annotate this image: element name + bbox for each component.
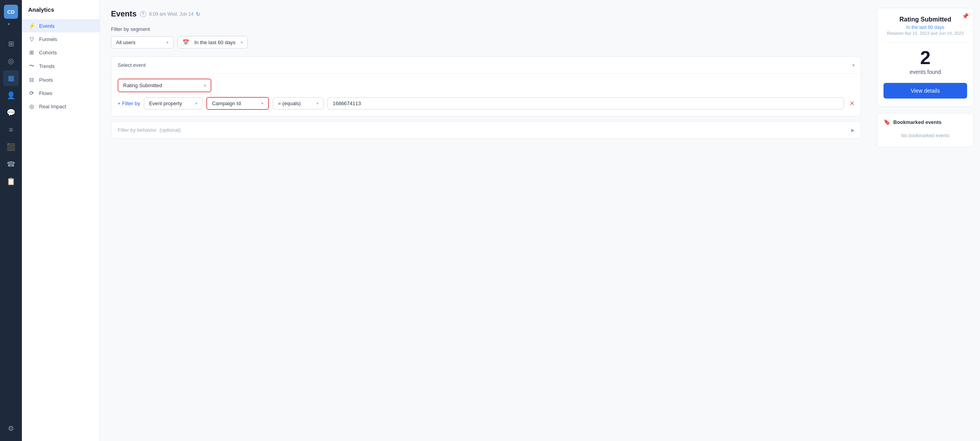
view-details-button[interactable]: View details	[883, 83, 967, 99]
real-impact-icon: ◎	[28, 103, 35, 109]
result-count: 2	[883, 48, 967, 67]
sidebar-item-cohorts[interactable]: ⊞ Cohorts	[22, 46, 100, 59]
icon-bar-item-messages[interactable]: 💬	[3, 105, 19, 120]
no-bookmarks-label: No bookmarked events	[883, 130, 967, 142]
property-chevron-icon: ▾	[195, 101, 197, 106]
filter-by-button[interactable]: + Filter by	[118, 100, 140, 106]
sidebar-item-real-impact-label: Real Impact	[39, 104, 66, 109]
date-range-dropdown[interactable]: 📅 In the last 60 days ▾	[177, 36, 248, 48]
sidebar-item-pivots[interactable]: ⊟ Pivots	[22, 73, 100, 86]
help-icon[interactable]: ?	[140, 11, 146, 17]
page-timestamp: 8:09 am Wed, Jun 14 ↻	[149, 11, 201, 17]
segment-dropdown[interactable]: All users ▾	[111, 36, 173, 48]
sidebar-item-funnels-label: Funnels	[39, 36, 57, 42]
pin-icon[interactable]: 📌	[962, 13, 969, 19]
campaign-id-dropdown[interactable]: Campaign Id ▾	[206, 97, 269, 110]
sidebar-item-pivots-label: Pivots	[39, 77, 53, 83]
cohorts-icon: ⊞	[28, 49, 35, 56]
icon-bar-item-dashboard[interactable]: ⊞	[3, 36, 19, 52]
icon-bar-item-campaigns[interactable]: ⬛	[3, 139, 19, 155]
date-chevron-icon: ▾	[241, 40, 243, 45]
sidebar-item-events[interactable]: ⚡ Events	[22, 19, 100, 32]
settings-icon[interactable]: ⚙	[3, 421, 19, 436]
remove-filter-button[interactable]: ✕	[849, 100, 855, 107]
optional-label: (optional)	[159, 127, 181, 133]
event-selector-row: Rating Submitted ▾	[118, 79, 855, 92]
flows-icon: ⟳	[28, 90, 35, 96]
events-icon: ⚡	[28, 23, 35, 29]
icon-bar-item-reports[interactable]: 📋	[3, 174, 19, 189]
icon-bar: CD ▾ ⊞ ◎ ▦ 👤 💬 ≡ ⬛ ☎ 📋 ⚙	[0, 0, 22, 441]
result-date-between: Between Apr 15, 2023 and Jun 14, 2023	[883, 31, 967, 36]
icon-bar-item-users[interactable]: 👤	[3, 88, 19, 103]
icon-bar-item-analytics[interactable]: ▦	[3, 70, 19, 86]
result-divider	[883, 42, 967, 42]
trends-icon: 〜	[28, 63, 35, 70]
event-property-value: Event property	[149, 100, 182, 106]
sidebar-item-flows[interactable]: ⟳ Flows	[22, 86, 100, 100]
sidebar-item-funnels[interactable]: ▽ Funnels	[22, 32, 100, 46]
bookmarks-header: 🔖 Bookmarked events	[883, 119, 967, 125]
event-property-dropdown[interactable]: Event property ▾	[144, 97, 202, 109]
bookmarks-card: 🔖 Bookmarked events No bookmarked events	[877, 113, 974, 147]
icon-bar-item-support[interactable]: ☎	[3, 156, 19, 172]
select-event-title: Select event	[118, 62, 146, 68]
filter-by-row: + Filter by Event property ▾ Campaign Id…	[118, 97, 855, 110]
icon-bar-bottom: ⚙	[3, 421, 19, 436]
campaign-id-value: Campaign Id	[212, 100, 241, 106]
equals-chevron-icon: ▾	[317, 101, 318, 106]
sidebar-title: Analytics	[22, 6, 100, 19]
app-logo[interactable]: CD	[4, 5, 18, 19]
bookmarks-title: Bookmarked events	[893, 119, 942, 125]
filter-behavior-card: Filter by behavior (optional) ▶	[111, 121, 861, 139]
filter-segment-section: Filter by segment All users ▾ 📅 In the l…	[111, 26, 861, 48]
select-event-card: Select event ▾ Rating Submitted ▾ + Filt…	[111, 56, 861, 117]
result-date-range-label: In the last 60 days	[883, 25, 967, 30]
event-body: Rating Submitted ▾ + Filter by Event pro…	[111, 74, 861, 116]
calendar-icon: 📅	[182, 39, 189, 45]
sidebar: Analytics ⚡ Events ▽ Funnels ⊞ Cohorts 〜…	[22, 0, 100, 441]
sidebar-item-cohorts-label: Cohorts	[39, 50, 57, 56]
behavior-chevron-icon: ▶	[851, 127, 855, 133]
event-name-value: Rating Submitted	[123, 82, 162, 88]
icon-bar-item-targeting[interactable]: ◎	[3, 53, 19, 69]
event-name-dropdown[interactable]: Rating Submitted ▾	[118, 79, 211, 92]
select-event-chevron-icon: ▾	[852, 63, 855, 68]
equals-operator-dropdown[interactable]: = (equals) ▾	[273, 97, 324, 109]
filter-segment-label: Filter by segment	[111, 26, 861, 32]
icon-bar-item-lists[interactable]: ≡	[3, 122, 19, 138]
result-event-name: Rating Submitted	[883, 16, 967, 23]
sidebar-item-flows-label: Flows	[39, 90, 52, 96]
filter-value-input[interactable]: 1686674113	[327, 97, 844, 109]
result-card: 📌 Rating Submitted In the last 60 days B…	[877, 8, 974, 107]
filter-segment-row: All users ▾ 📅 In the last 60 days ▾	[111, 36, 861, 48]
page-title: Events	[111, 9, 137, 18]
event-dropdown-chevron-icon: ▾	[204, 83, 206, 88]
main-content: Events ? 8:09 am Wed, Jun 14 ↻ Filter by…	[100, 0, 871, 441]
pivots-icon: ⊟	[28, 77, 35, 83]
date-range-value: In the last 60 days	[194, 39, 236, 45]
right-panel: 📌 Rating Submitted In the last 60 days B…	[871, 0, 980, 441]
filter-behavior-title: Filter by behavior (optional)	[118, 127, 181, 133]
sidebar-item-real-impact[interactable]: ◎ Real Impact	[22, 100, 100, 113]
select-event-card-header[interactable]: Select event ▾	[111, 57, 861, 74]
sidebar-item-trends[interactable]: 〜 Trends	[22, 59, 100, 73]
filter-behavior-header[interactable]: Filter by behavior (optional) ▶	[111, 122, 861, 138]
refresh-icon[interactable]: ↻	[196, 11, 200, 17]
sidebar-item-trends-label: Trends	[39, 63, 55, 69]
campaign-chevron-icon: ▾	[261, 101, 263, 106]
funnels-icon: ▽	[28, 36, 35, 42]
bookmark-icon: 🔖	[883, 119, 890, 125]
expand-icon[interactable]: ▾	[8, 22, 14, 28]
segment-chevron-icon: ▾	[166, 40, 168, 45]
equals-operator-value: = (equals)	[278, 100, 300, 106]
sidebar-item-events-label: Events	[39, 23, 55, 29]
segment-value: All users	[116, 39, 136, 45]
page-header: Events ? 8:09 am Wed, Jun 14 ↻	[111, 9, 861, 18]
result-count-label: events found	[883, 69, 967, 75]
